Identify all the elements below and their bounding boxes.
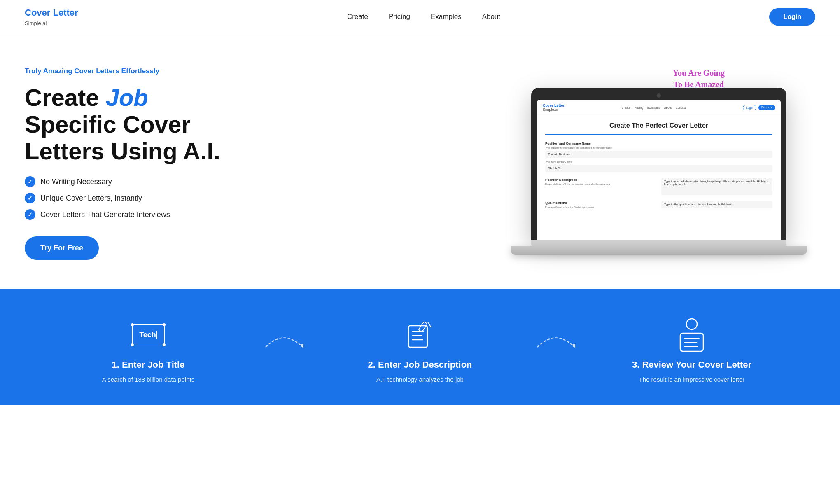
dashed-arrow-1 [264, 327, 305, 351]
screen-link-about: About [664, 106, 672, 109]
laptop-screen-inner: Cover LetterSimple.ai Create Pricing Exa… [537, 100, 781, 240]
navbar: Cover Letter Simple.ai Create Pricing Ex… [0, 0, 840, 34]
hero-left: Truly Amazing Cover Letters Effortlessly… [25, 59, 220, 260]
doc-pen-icon [404, 318, 436, 351]
screen-form-title: Create The Perfect Cover Letter [545, 122, 772, 129]
step-1-icon: Tech [132, 318, 165, 351]
screen-desc-right: Type in your job description here, keep … [661, 178, 772, 195]
laptop-base-top [531, 240, 786, 246]
logo-subtitle: Simple.ai [25, 19, 78, 26]
screen-field-company: Sketch Co [545, 165, 772, 172]
screen-qual-left: Qualifications Enter qualifications from… [545, 201, 656, 210]
login-button[interactable]: Login [769, 8, 815, 26]
hero-right: You Are GoingTo Be Amazed Cover LetterSi… [220, 59, 815, 255]
headline-part2: Specific CoverLetters Using A.I. [25, 111, 220, 164]
bullet-2: Unique Cover Letters, Instantly [25, 193, 220, 203]
laptop-base [511, 246, 807, 255]
step-2-title: 2. Enter Job Description [317, 359, 523, 370]
screen-register: Register [758, 105, 775, 110]
screen-link-pricing: Pricing [635, 106, 643, 109]
nav-about[interactable]: About [482, 13, 500, 21]
step-3-icon [675, 318, 708, 351]
screen-field-qual: Type in the qualifications - format key … [661, 201, 772, 208]
svg-rect-2 [408, 326, 427, 347]
screen-btns: Login Register [743, 105, 775, 110]
svg-line-7 [428, 322, 431, 327]
handle-tr [163, 323, 166, 326]
svg-rect-6 [418, 322, 427, 332]
screen-qual-right: Type in the qualifications - format key … [661, 201, 772, 210]
check-icon-1 [25, 176, 35, 187]
hero-tagline: Truly Amazing Cover Letters Effortlessly [25, 67, 220, 75]
screen-field-position: Position and Company Name Type or paste … [545, 142, 772, 172]
logo-title: Cover Letter [25, 7, 78, 18]
step-3-desc: The result is an impressive cover letter [589, 375, 795, 385]
hero-annotation: You Are GoingTo Be Amazed [673, 67, 725, 90]
check-icon-2 [25, 193, 35, 203]
screen-link-create: Create [622, 106, 630, 109]
screen-field-pos: Graphic Designer [545, 151, 772, 158]
textbox-text: Tech [139, 331, 157, 339]
screen-form-desc-row: Position Description Responsibilities > … [545, 178, 772, 195]
laptop-camera [657, 93, 661, 98]
screen-form-position-row: Position and Company Name Type or paste … [545, 142, 772, 172]
screen-field-desc: Type in your job description here, keep … [661, 178, 772, 195]
hero-section: Truly Amazing Cover Letters Effortlessly… [0, 34, 840, 289]
screen-login: Login [743, 105, 756, 110]
screen-content: Create The Perfect Cover Letter Position… [537, 115, 781, 222]
dashed-arrow-2 [535, 327, 576, 351]
headline-highlight: Job [106, 84, 148, 111]
nav-pricing[interactable]: Pricing [389, 13, 410, 21]
step-3: 3. Review Your Cover Letter The result i… [576, 318, 807, 385]
bullet-3: Cover Letters That Generate Interviews [25, 209, 220, 220]
step-1-title: 1. Enter Job Title [45, 359, 251, 370]
logo[interactable]: Cover Letter Simple.ai [25, 7, 78, 26]
laptop-screen-outer: Cover LetterSimple.ai Create Pricing Exa… [531, 88, 786, 240]
screen-nav: Cover LetterSimple.ai Create Pricing Exa… [537, 100, 781, 115]
step-1-desc: A search of 188 billion data points [45, 375, 251, 385]
handle-br [163, 343, 166, 346]
step-2: 2. Enter Job Description A.I. technology… [305, 318, 535, 385]
screen-logo: Cover LetterSimple.ai [543, 103, 565, 112]
handle-bl [131, 343, 134, 346]
step-arrow-1 [264, 318, 305, 351]
check-icon-3 [25, 209, 35, 220]
nav-create[interactable]: Create [347, 13, 368, 21]
handle-tl [131, 323, 134, 326]
screen-links: Create Pricing Examples About Contact [622, 106, 686, 109]
laptop-mockup: Cover LetterSimple.ai Create Pricing Exa… [531, 88, 807, 255]
screen-link-contact: Contact [676, 106, 686, 109]
screen-form-qual-row: Qualifications Enter qualifications from… [545, 201, 772, 210]
headline-part1: Create [25, 84, 106, 111]
step-2-icon [404, 318, 436, 351]
nav-links: Create Pricing Examples About [347, 13, 500, 21]
nav-examples[interactable]: Examples [431, 13, 462, 21]
steps-section: Tech 1. Enter Job Title A search of 188 … [0, 289, 840, 405]
person-doc-icon [675, 317, 708, 353]
bullet-1: No Writing Necessary [25, 176, 220, 187]
textbox-icon: Tech [132, 324, 165, 345]
step-2-desc: A.I. technology analyzes the job [317, 375, 523, 385]
screen-divider [545, 134, 772, 135]
svg-point-9 [686, 319, 697, 329]
step-1: Tech 1. Enter Job Title A search of 188 … [33, 318, 264, 385]
screen-desc-left: Position Description Responsibilities > … [545, 178, 656, 195]
screen-position-label: Position and Company Name [545, 142, 772, 145]
screen-link-examples: Examples [647, 106, 660, 109]
step-arrow-2 [535, 318, 576, 351]
hero-bullets: No Writing Necessary Unique Cover Letter… [25, 176, 220, 220]
hero-headline: Create Job Specific CoverLetters Using A… [25, 84, 220, 165]
step-3-title: 3. Review Your Cover Letter [589, 359, 795, 370]
try-for-free-button[interactable]: Try For Free [25, 236, 99, 260]
